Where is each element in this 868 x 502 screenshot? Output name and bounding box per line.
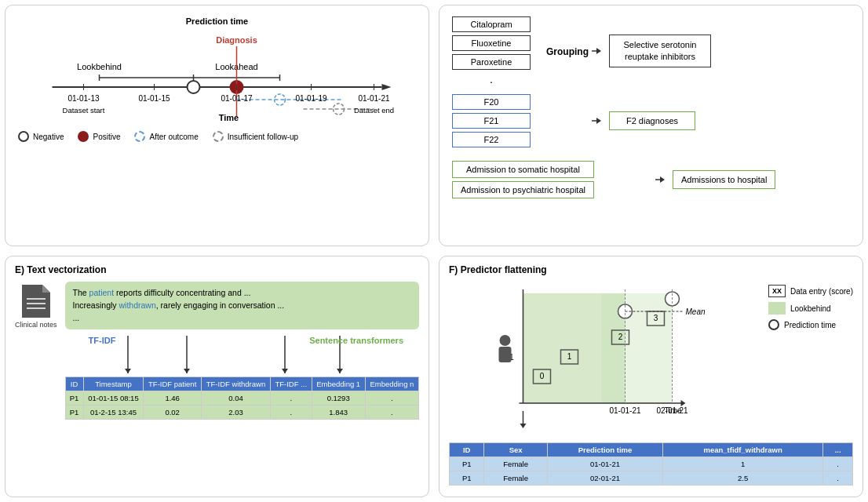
- flat-legend: XX Data entry (score) Lookbehind Predict…: [768, 285, 853, 436]
- document-icon: [22, 285, 50, 318]
- admission-psychiatric: Admission to psychiatric hospital: [452, 181, 594, 198]
- svg-text:02-01-21: 02-01-21: [656, 406, 687, 415]
- diag-f21: F21: [452, 113, 531, 129]
- vectorization-content: Clinical notes The patient reports diffi…: [15, 282, 419, 420]
- timeline-legend: Negative Positive After outcome Insuffic…: [18, 131, 416, 142]
- admission-somatic: Admission to somatic hospital: [452, 161, 594, 178]
- drug-citalopram: Citalopram: [452, 16, 531, 32]
- highlight-withdrawn: withdrawn: [119, 300, 155, 310]
- flattening-panel: F) Predictor flattening TF-IDF withdrawn: [439, 256, 863, 497]
- flat-col-id: ID: [450, 443, 484, 457]
- col-tfidf-withdrawn: TF-IDF withdrawn: [201, 377, 270, 391]
- hospital-inputs: Admission to somatic hospital Admission …: [452, 161, 594, 199]
- prediction-time-label: Prediction time: [18, 16, 416, 26]
- svg-point-9: [188, 81, 200, 93]
- timeline-panel: Prediction time Lookbehind Lookahead: [5, 5, 429, 246]
- grouping-panel: Citalopram Fluoxetine Paroxetine . Group…: [439, 5, 863, 246]
- grouping-row-f2: F20 F21 F22 F2 diagnoses: [452, 93, 850, 148]
- negative-circle-icon: [18, 131, 29, 142]
- positive-circle-icon: [78, 131, 89, 142]
- svg-marker-47: [282, 369, 288, 373]
- hospital-output: Admissions to hospital: [673, 170, 775, 189]
- legend-data-entry: XX Data entry (score): [768, 285, 853, 297]
- main-grid: Prediction time Lookbehind Lookahead: [0, 0, 868, 502]
- data-entry-icon: XX: [768, 285, 786, 297]
- doc-icon-area: Clinical notes: [15, 285, 57, 329]
- grouping-row-ssri: Citalopram Fluoxetine Paroxetine . Group…: [452, 16, 850, 85]
- col-embn: Embedding n: [365, 377, 418, 391]
- svg-text:Grouping: Grouping: [546, 46, 589, 57]
- prediction-circle-icon: [768, 319, 779, 330]
- diag-f20: F20: [452, 94, 531, 110]
- timeline-diagram: Lookbehind Lookahead Diagnosis: [18, 31, 416, 125]
- svg-text:Lookbehind: Lookbehind: [77, 62, 122, 71]
- svg-marker-34: [596, 118, 601, 124]
- sentence-transformers-label: Sentence transformers: [309, 336, 403, 345]
- vec-table-row-1: P1 01-01-15 08:15 1.46 0.04 . 0.1293 .: [65, 391, 418, 406]
- clinical-text-sample: The patient reports difficulty concentra…: [65, 282, 419, 329]
- f2-arrow-svg: [538, 93, 601, 148]
- flattening-chart-svg: TF-IDF withdrawn Time P1 0 1: [449, 282, 762, 435]
- svg-marker-49: [337, 369, 343, 373]
- legend-prediction-time: Prediction time: [768, 319, 853, 330]
- col-tfidf-more: TF-IDF ...: [270, 377, 312, 391]
- svg-text:Mean: Mean: [685, 307, 705, 316]
- after-outcome-icon: [134, 131, 145, 142]
- lookbehind-icon: [768, 302, 786, 315]
- svg-text:Dataset start: Dataset start: [63, 106, 105, 115]
- svg-rect-59: [498, 347, 511, 362]
- svg-text:01-01-21: 01-01-21: [609, 406, 640, 415]
- svg-marker-36: [660, 176, 665, 183]
- flat-col-predtime: Prediction time: [547, 443, 662, 457]
- flattening-content: TF-IDF withdrawn Time P1 0 1: [449, 282, 853, 436]
- flattening-table: ID Sex Prediction time mean_tfidf_withdr…: [449, 442, 853, 486]
- col-emb1: Embedding 1: [312, 377, 365, 391]
- vec-right: The patient reports difficulty concentra…: [65, 282, 419, 420]
- svg-text:01-01-15: 01-01-15: [138, 94, 170, 103]
- f2-output: F2 diagnoses: [609, 111, 695, 130]
- ssri-inputs: Citalopram Fluoxetine Paroxetine .: [452, 16, 531, 85]
- svg-text:2: 2: [618, 333, 623, 341]
- vec-table-row-2: P1 01-2-15 13:45 0.02 2.03 . 1.843 .: [65, 406, 418, 420]
- tfidf-label: TF-IDF: [89, 336, 116, 345]
- drug-paroxetine: Paroxetine: [452, 54, 531, 70]
- flattening-title: F) Predictor flattening: [449, 264, 853, 275]
- svg-text:Time: Time: [219, 113, 239, 122]
- svg-marker-32: [596, 48, 601, 54]
- flat-row-1: P1 Female 01-01-21 1 .: [450, 457, 853, 471]
- svg-text:01-01-13: 01-01-13: [67, 94, 99, 103]
- svg-marker-43: [125, 369, 131, 373]
- flat-col-mean: mean_tfidf_withdrawn: [663, 443, 823, 457]
- flat-col-sex: Sex: [484, 443, 548, 457]
- ssri-arrow-svg: Grouping: [538, 20, 601, 82]
- col-timestamp: Timestamp: [83, 377, 144, 391]
- hospital-arrow-svg: [602, 156, 665, 203]
- svg-point-58: [499, 335, 510, 346]
- svg-text:0: 0: [540, 372, 545, 380]
- legend-insufficient: Insufficient follow-up: [213, 131, 298, 142]
- svg-text:Diagnosis: Diagnosis: [216, 35, 257, 45]
- svg-rect-51: [601, 293, 672, 403]
- f2-inputs: F20 F21 F22: [452, 94, 531, 147]
- vectorization-table: ID Timestamp TF-IDF patient TF-IDF withd…: [65, 376, 419, 420]
- drug-fluoxetine: Fluoxetine: [452, 35, 531, 51]
- svg-text:Dataset end: Dataset end: [354, 106, 394, 115]
- svg-marker-1: [382, 84, 392, 90]
- svg-marker-38: [42, 285, 50, 293]
- svg-text:3: 3: [654, 314, 658, 322]
- legend-after-outcome: After outcome: [134, 131, 198, 142]
- svg-text:1: 1: [567, 352, 572, 361]
- legend-positive: Positive: [78, 131, 120, 142]
- svg-marker-54: [680, 400, 685, 406]
- flat-chart-wrapper: TF-IDF withdrawn Time P1 0 1: [449, 282, 762, 436]
- svg-text:01-01-19: 01-01-19: [295, 94, 326, 103]
- col-id: ID: [65, 377, 83, 391]
- svg-text:01-01-21: 01-01-21: [358, 94, 389, 103]
- svg-marker-77: [520, 424, 526, 428]
- highlight-patient: patient: [89, 288, 115, 297]
- ssri-output: Selective serotonin reuptake inhibitors: [609, 35, 711, 68]
- flat-col-more: ...: [823, 443, 853, 457]
- svg-marker-45: [184, 369, 190, 373]
- diag-f22: F22: [452, 132, 531, 147]
- grouping-row-hospital: Admission to somatic hospital Admission …: [452, 156, 850, 203]
